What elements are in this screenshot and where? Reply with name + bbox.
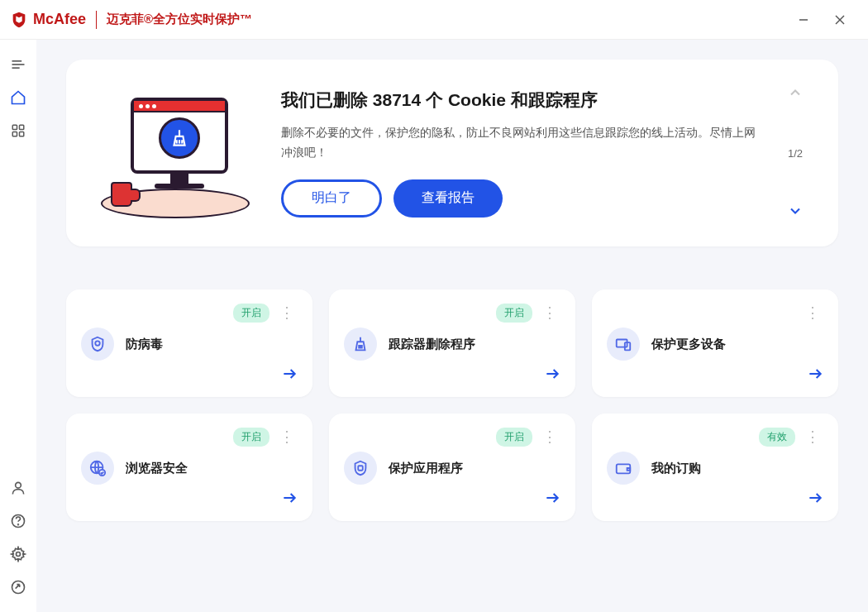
kebab-icon[interactable]: ⋮	[539, 429, 560, 444]
feature-cards-grid: 开启 ⋮ 防病毒 开启 ⋮	[66, 289, 838, 521]
logo-divider	[96, 11, 97, 29]
card-title: 跟踪器删除程序	[389, 337, 475, 352]
kebab-icon[interactable]: ⋮	[276, 305, 298, 320]
status-badge: 开启	[233, 304, 269, 323]
sidebar-account[interactable]	[3, 473, 33, 503]
card-protect-devices[interactable]: ⋮ 保护更多设备	[592, 289, 838, 397]
card-title: 浏览器安全	[126, 461, 188, 476]
card-title: 防病毒	[126, 337, 163, 352]
hero-card: 我们已删除 38714 个 Cookie 和跟踪程序 删除不必要的文件，保护您的…	[66, 60, 838, 246]
card-antivirus[interactable]: 开启 ⋮ 防病毒	[66, 289, 312, 397]
ok-button[interactable]: 明白了	[281, 179, 382, 218]
hero-content: 我们已删除 38714 个 Cookie 和跟踪程序 删除不必要的文件，保护您的…	[281, 88, 756, 218]
svg-point-10	[16, 482, 21, 488]
sidebar-menu-toggle[interactable]	[3, 50, 33, 79]
card-subscription[interactable]: 有效 ⋮ 我的订购	[592, 414, 838, 521]
status-badge: 有效	[759, 428, 795, 447]
kebab-icon[interactable]: ⋮	[802, 305, 823, 320]
sidebar-home[interactable]	[3, 83, 33, 112]
hero-description: 删除不必要的文件，保护您的隐私，防止不良网站利用这些信息跟踪您的线上活动。尽情上…	[281, 123, 756, 163]
svg-point-15	[95, 341, 100, 346]
svg-rect-7	[20, 125, 24, 129]
close-button[interactable]	[822, 3, 858, 36]
hero-prev-button[interactable]	[787, 84, 804, 104]
kebab-icon[interactable]: ⋮	[539, 305, 560, 320]
hero-pagination: 1/2	[779, 84, 812, 222]
broom-icon	[344, 328, 377, 361]
kebab-icon[interactable]: ⋮	[276, 429, 298, 444]
card-tracker-remover[interactable]: 开启 ⋮ 跟踪器删除程序	[329, 289, 575, 397]
sidebar-help[interactable]	[3, 506, 33, 536]
hero-title: 我们已删除 38714 个 Cookie 和跟踪程序	[281, 88, 756, 112]
arrow-right-icon	[807, 366, 823, 385]
card-title: 保护应用程序	[389, 461, 463, 476]
arrow-right-icon	[544, 366, 560, 385]
broom-icon	[159, 117, 200, 159]
status-badge: 开启	[496, 428, 532, 447]
main-content: 我们已删除 38714 个 Cookie 和跟踪程序 删除不必要的文件，保护您的…	[36, 40, 868, 612]
card-title: 保护更多设备	[651, 337, 726, 352]
hero-page-indicator: 1/2	[788, 147, 803, 160]
card-browser-security[interactable]: 开启 ⋮ 浏览器安全	[66, 414, 312, 521]
svg-rect-9	[20, 132, 24, 136]
shield-icon	[81, 328, 114, 361]
hero-next-button[interactable]	[787, 203, 804, 222]
arrow-right-icon	[807, 490, 823, 509]
sidebar-feedback[interactable]	[3, 572, 33, 602]
app-shield-icon	[344, 452, 377, 485]
devices-icon	[607, 328, 640, 361]
brand-text: McAfee	[33, 11, 86, 28]
kebab-icon[interactable]: ⋮	[802, 429, 823, 444]
brand-subtitle: 迈克菲®全方位实时保护™	[107, 12, 252, 27]
sidebar-settings[interactable]	[3, 539, 33, 569]
titlebar: McAfee 迈克菲®全方位实时保护™	[0, 0, 868, 40]
card-title: 我的订购	[651, 461, 701, 476]
arrow-right-icon	[544, 490, 560, 509]
svg-rect-6	[12, 125, 17, 129]
svg-point-14	[12, 581, 25, 594]
sidebar	[0, 40, 36, 612]
view-report-button[interactable]: 查看报告	[393, 179, 503, 218]
logo: McAfee	[10, 11, 86, 29]
arrow-right-icon	[281, 490, 298, 509]
sidebar-apps[interactable]	[3, 116, 33, 146]
svg-point-12	[18, 524, 19, 525]
svg-point-13	[17, 552, 21, 557]
arrow-right-icon	[281, 366, 298, 385]
svg-rect-24	[358, 466, 363, 471]
hero-illustration	[93, 83, 258, 223]
svg-rect-26	[617, 464, 631, 473]
status-badge: 开启	[233, 428, 269, 447]
wallet-icon	[607, 452, 640, 485]
status-badge: 开启	[496, 304, 532, 323]
mcafee-shield-icon	[10, 11, 28, 29]
globe-check-icon	[81, 452, 114, 485]
card-app-protection[interactable]: 开启 ⋮ 保护应用程序	[329, 414, 575, 521]
minimize-button[interactable]	[785, 3, 822, 36]
svg-rect-8	[12, 132, 17, 136]
